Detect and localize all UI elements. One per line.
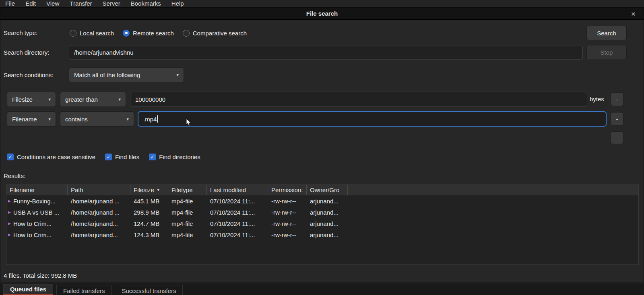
checkbox-label: Find directories <box>159 154 200 160</box>
column-header-permissions[interactable]: Permission: <box>268 185 307 195</box>
radio-unselected-icon <box>183 30 190 37</box>
results-table-header: Filename Path Filesize▾ Filetype Last mo… <box>6 185 638 195</box>
column-header-filler <box>348 185 638 195</box>
condition-operator-value: contains <box>65 116 88 123</box>
condition-2-value-text: .mp4 <box>143 116 157 123</box>
radio-label: Comparative search <box>193 30 247 37</box>
radio-selected-icon <box>123 30 130 37</box>
cell-filesize: 298.9 MB <box>130 207 168 218</box>
condition-field-value: Filename <box>12 116 37 123</box>
search-type-radio-group: Local search Remote search Comparative s… <box>70 26 247 40</box>
mouse-cursor-icon <box>186 118 192 128</box>
checkbox-find-files[interactable]: ✓ Find files <box>105 154 139 160</box>
search-directory-input[interactable] <box>69 45 583 60</box>
search-button[interactable]: Search <box>586 26 627 40</box>
cell-filetype: mp4-file <box>168 229 207 240</box>
search-conditions-label: Search conditions: <box>4 68 53 82</box>
condition-1-operator-dropdown[interactable]: greater than ▾ <box>60 92 126 107</box>
result-row[interactable]: ▶Funny-Boxing... /home/arjunand ... 445.… <box>6 195 638 207</box>
radio-local-search[interactable]: Local search <box>70 30 114 37</box>
checkbox-label: Find files <box>115 154 139 160</box>
result-row[interactable]: ▶How to Crim... /home/arjunand... 124.7 … <box>6 218 638 229</box>
menu-file[interactable]: File <box>0 0 20 7</box>
condition-field-value: Filesize <box>12 96 33 103</box>
results-table: Filename Path Filesize▾ Filetype Last mo… <box>6 184 639 265</box>
condition-1-field-dropdown[interactable]: Filesize ▾ <box>7 92 56 107</box>
column-header-owner-group[interactable]: Owner/Gro <box>307 185 348 195</box>
sort-descending-icon: ▾ <box>157 188 159 192</box>
checkbox-label: Conditions are case sensitive <box>17 154 95 160</box>
chevron-down-icon: ▾ <box>122 117 129 122</box>
match-mode-value: Match all of the following <box>74 72 140 78</box>
close-icon[interactable]: × <box>631 10 636 17</box>
column-header-filesize[interactable]: Filesize▾ <box>130 185 168 195</box>
results-label: Results: <box>4 172 25 179</box>
text-caret <box>157 115 158 123</box>
cell-filetype: mp4-file <box>168 195 207 207</box>
condition-2-value-input[interactable]: .mp4 <box>138 111 607 127</box>
results-status: 4 files. Total size: 992.8 MB <box>4 272 77 279</box>
cell-filesize: 124.3 MB <box>130 229 168 240</box>
radio-unselected-icon <box>70 30 76 37</box>
checkbox-checked-icon: ✓ <box>105 154 112 160</box>
cell-path: /home/arjunand... <box>68 218 130 229</box>
cell-filetype: mp4-file <box>168 218 207 229</box>
condition-placeholder-button[interactable] <box>611 131 623 144</box>
result-row[interactable]: ▶How to Crim... /home/arjunand... 124.3 … <box>6 229 638 240</box>
chevron-down-icon: ▾ <box>44 117 51 122</box>
menu-edit[interactable]: Edit <box>20 0 41 7</box>
menu-help[interactable]: Help <box>166 0 189 7</box>
tab-failed-transfers[interactable]: Failed transfers <box>56 285 111 295</box>
cell-permissions: -rw-rw-r-- <box>268 229 307 240</box>
cell-filename: Funny-Boxing... <box>13 198 56 205</box>
dialog-titlebar: File search × <box>0 8 644 20</box>
cell-last-modified: 07/10/2024 11:... <box>207 218 268 229</box>
cell-path: /home/arjunand ... <box>68 195 130 207</box>
column-header-path[interactable]: Path <box>68 185 130 195</box>
chevron-down-icon: ▾ <box>172 72 179 78</box>
search-options-row: ✓ Conditions are case sensitive ✓ Find f… <box>7 154 200 160</box>
cell-last-modified: 07/10/2024 11:... <box>207 195 268 207</box>
menu-bookmarks[interactable]: Bookmarks <box>126 0 166 7</box>
check-icon: ✓ <box>151 154 155 160</box>
media-file-icon: ▶ <box>8 210 11 214</box>
media-file-icon: ▶ <box>8 221 11 225</box>
checkbox-checked-icon: ✓ <box>7 154 14 160</box>
cell-owner: arjunand... <box>307 218 348 229</box>
condition-2-remove-button[interactable]: - <box>611 112 623 126</box>
menu-view[interactable]: View <box>41 0 64 7</box>
menubar: File Edit View Transfer Server Bookmarks… <box>0 0 644 8</box>
condition-1-unit-label: bytes <box>590 92 604 107</box>
condition-2-field-dropdown[interactable]: Filename ▾ <box>7 111 56 127</box>
chevron-down-icon: ▾ <box>114 97 121 102</box>
check-icon: ✓ <box>107 154 111 160</box>
radio-label: Local search <box>80 30 114 37</box>
condition-2-operator-dropdown[interactable]: contains ▾ <box>60 111 134 127</box>
menu-server[interactable]: Server <box>97 0 126 7</box>
checkbox-checked-icon: ✓ <box>149 154 156 160</box>
condition-1-value-input[interactable] <box>130 92 587 107</box>
cell-permissions: -rw-rw-r-- <box>268 218 307 229</box>
tab-successful-transfers[interactable]: Successful transfers <box>115 285 183 295</box>
checkbox-case-sensitive[interactable]: ✓ Conditions are case sensitive <box>7 154 95 160</box>
cell-filesize: 445.1 MB <box>130 195 168 207</box>
stop-button[interactable]: Stop <box>586 45 627 60</box>
match-mode-dropdown[interactable]: Match all of the following ▾ <box>69 68 184 82</box>
radio-remote-search[interactable]: Remote search <box>123 30 174 37</box>
condition-operator-value: greater than <box>65 96 98 103</box>
dialog-title: File search <box>306 10 338 17</box>
column-header-last-modified[interactable]: Last modified <box>207 185 268 195</box>
tab-queued-files[interactable]: Queued files <box>3 284 53 295</box>
column-header-filename[interactable]: Filename <box>6 185 68 195</box>
cell-path: /home/arjunand ... <box>68 207 130 218</box>
transfer-tabs: Queued files Failed transfers Successful… <box>0 284 644 295</box>
check-icon: ✓ <box>8 154 12 160</box>
cell-last-modified: 07/10/2024 11:... <box>207 207 268 218</box>
cell-filesize: 124.7 MB <box>130 218 168 229</box>
column-header-filetype[interactable]: Filetype <box>168 185 207 195</box>
condition-1-remove-button[interactable]: - <box>611 92 623 106</box>
radio-comparative-search[interactable]: Comparative search <box>183 30 247 37</box>
checkbox-find-directories[interactable]: ✓ Find directories <box>149 154 200 160</box>
result-row[interactable]: ▶USB A vs USB ... /home/arjunand ... 298… <box>6 207 638 218</box>
menu-transfer[interactable]: Transfer <box>64 0 97 7</box>
